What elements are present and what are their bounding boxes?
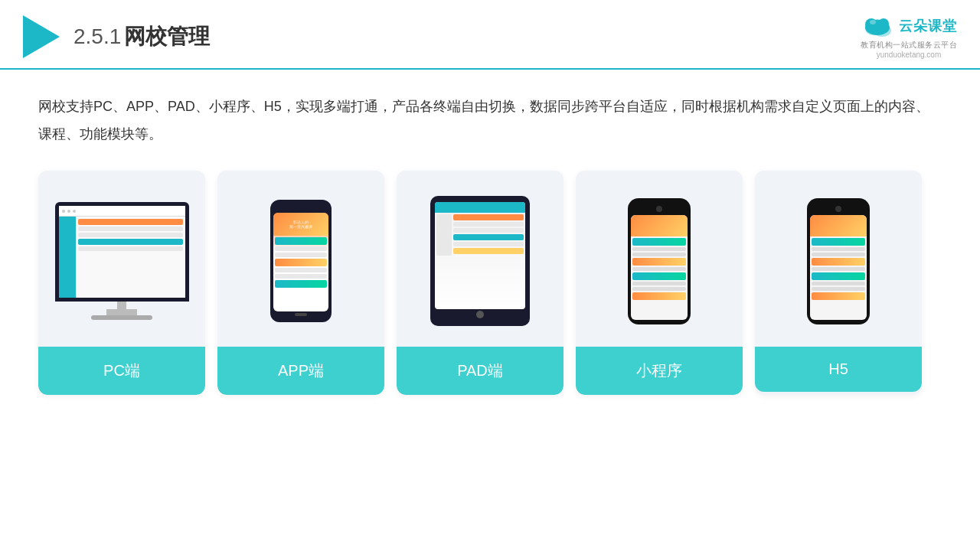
card-pc: PC端 (38, 171, 205, 395)
page-title-number: 2.5.1 (74, 24, 121, 48)
h5-row6 (812, 272, 865, 280)
phone-row4 (275, 259, 327, 266)
phone-screen-text: 职达人的第一堂兴趣课 (288, 218, 314, 230)
main-content: 网校支持PC、APP、PAD、小程序、H5，实现多端打通，产品各终端自由切换，数… (0, 70, 980, 410)
pc-base (91, 315, 152, 320)
h5-body (810, 236, 867, 303)
wx-row3 (632, 253, 686, 256)
card-miniprogram-image (576, 171, 743, 347)
phone-row3 (275, 253, 327, 257)
t-row6 (453, 248, 524, 254)
h5-row5 (812, 267, 865, 271)
h5-row8 (812, 287, 865, 291)
card-h5-image (755, 171, 922, 347)
header-right: 云朵课堂 教育机构一站式服务云平台 yunduoketang.com (861, 14, 957, 59)
card-miniprogram-label: 小程序 (576, 347, 743, 395)
header: 2.5.1网校管理 云朵课堂 教育机构一站式服务云平台 yunduoketang… (0, 0, 980, 70)
svg-point-5 (878, 18, 889, 29)
wx-row2 (632, 247, 686, 251)
wx-row8 (632, 287, 686, 291)
card-pad-image (397, 171, 564, 347)
header-left: 2.5.1网校管理 (23, 15, 210, 58)
t-row5 (453, 242, 524, 246)
card-miniprogram: 小程序 (576, 171, 743, 395)
phone-row6 (275, 274, 327, 279)
wx-row1 (632, 238, 686, 246)
card-pc-label: PC端 (38, 347, 205, 395)
wechat-screen (631, 215, 688, 320)
phone-top: 职达人的第一堂兴趣课 (273, 213, 328, 236)
h5-row2 (812, 247, 865, 251)
pc-mockup (49, 202, 194, 320)
h5-camera (835, 206, 841, 212)
pc-row1 (78, 219, 183, 225)
svg-point-6 (870, 20, 876, 24)
description-text: 网校支持PC、APP、PAD、小程序、H5，实现多端打通，产品各终端自由切换，数… (38, 93, 942, 148)
phone-row7 (275, 280, 327, 288)
tablet-right (453, 214, 524, 256)
pc-dot2 (67, 210, 70, 213)
logo-url: yunduoketang.com (877, 51, 942, 59)
wx-row4 (632, 258, 686, 266)
phone-home-btn (295, 313, 307, 316)
card-h5-label: H5 (755, 347, 922, 392)
t-row3 (453, 228, 524, 233)
phone-row2 (275, 246, 327, 251)
card-app-image: 职达人的第一堂兴趣课 (217, 171, 384, 347)
card-pc-image (38, 171, 205, 347)
pc-stand (106, 309, 137, 315)
logo-text: 云朵课堂 (899, 17, 957, 35)
h5-row4 (812, 258, 865, 266)
wechat-body (631, 236, 688, 303)
pc-screen-outer (55, 202, 189, 302)
h5-row9 (812, 292, 865, 300)
card-app-label: APP端 (217, 347, 384, 395)
pc-dot3 (73, 210, 76, 213)
pc-row4 (78, 239, 183, 245)
pc-neck (117, 302, 126, 309)
card-pad-label: PAD端 (397, 347, 564, 395)
phone-notch (293, 206, 309, 210)
card-h5: H5 (755, 171, 922, 395)
h5-top (810, 215, 867, 236)
h5-row1 (812, 238, 865, 246)
wx-row9 (632, 292, 686, 300)
tablet-left (436, 214, 452, 256)
t-row1 (453, 214, 524, 220)
tablet-home-btn (476, 311, 484, 318)
wx-row6 (632, 272, 686, 280)
wx-row7 (632, 282, 686, 285)
logo-sub: 教育机构一站式服务云平台 (861, 40, 957, 51)
play-icon (23, 15, 60, 58)
h5-phone-mockup (807, 198, 870, 324)
pc-row3 (78, 233, 183, 237)
page-title: 2.5.1网校管理 (74, 22, 210, 51)
wechat-top (631, 215, 688, 236)
wechat-camera (656, 206, 662, 212)
phone-screen-body (273, 236, 328, 291)
cloud-logo-icon (861, 14, 894, 38)
tablet-topbar (435, 202, 525, 213)
tablet-mockup (430, 196, 530, 326)
phone-row5 (275, 268, 327, 272)
pc-sidebar (59, 217, 76, 298)
pc-dot1 (62, 210, 65, 213)
svg-point-4 (865, 18, 877, 31)
cloud-logo: 云朵课堂 (861, 14, 957, 38)
page-title-text: 网校管理 (124, 24, 210, 48)
phone-row1 (275, 237, 327, 245)
pc-topbar (59, 206, 185, 217)
cards-container: PC端 职达人的第一堂兴趣课 (38, 171, 942, 395)
h5-row7 (812, 282, 865, 285)
wechat-phone-mockup (628, 198, 691, 324)
card-app: 职达人的第一堂兴趣课 A (217, 171, 384, 395)
wx-row5 (632, 267, 686, 271)
pc-row2 (78, 227, 183, 231)
app-phone-mockup: 职达人的第一堂兴趣课 (270, 200, 332, 322)
phone-screen: 职达人的第一堂兴趣课 (273, 213, 328, 311)
pc-screen-content (59, 206, 185, 298)
tablet-screen (435, 202, 525, 309)
t-row2 (453, 222, 524, 227)
tablet-body (435, 213, 525, 257)
pc-body (59, 217, 185, 298)
